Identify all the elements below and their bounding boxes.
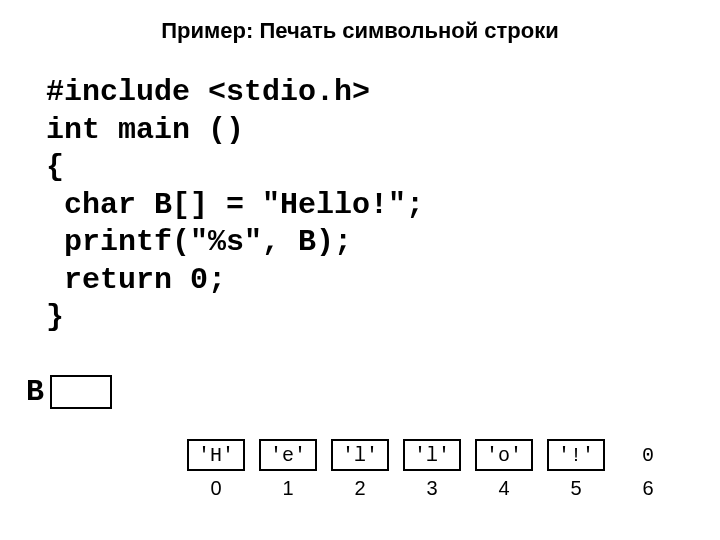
cell-box-noborder: 0	[619, 439, 677, 471]
cell-box: 'o'	[475, 439, 533, 471]
cell-box: 'e'	[259, 439, 317, 471]
pointer-box	[50, 375, 112, 409]
cell-col: 0 6	[612, 439, 684, 500]
cell-index: 2	[354, 477, 365, 500]
pointer-row: B	[26, 375, 690, 409]
cell-col: 'l' 2	[324, 439, 396, 500]
slide-title: Пример: Печать символьной строки	[30, 18, 690, 44]
cell-box: 'H'	[187, 439, 245, 471]
cell-index: 4	[498, 477, 509, 500]
cell-box: 'l'	[331, 439, 389, 471]
cell-col: 'l' 3	[396, 439, 468, 500]
cell-index: 5	[570, 477, 581, 500]
cell-index: 0	[210, 477, 221, 500]
cell-col: '!' 5	[540, 439, 612, 500]
cell-index: 6	[642, 477, 653, 500]
cell-index: 1	[282, 477, 293, 500]
slide: Пример: Печать символьной строки #includ…	[0, 0, 720, 540]
cells-row: 'H' 0 'e' 1 'l' 2 'l' 3 'o' 4 '!' 5	[180, 439, 690, 500]
code-block: #include <stdio.h> int main () { char B[…	[46, 74, 690, 337]
cell-box: 'l'	[403, 439, 461, 471]
cell-box: '!'	[547, 439, 605, 471]
cell-col: 'e' 1	[252, 439, 324, 500]
cell-index: 3	[426, 477, 437, 500]
cell-col: 'o' 4	[468, 439, 540, 500]
array-diagram: B 'H' 0 'e' 1 'l' 2 'l' 3 'o' 4	[30, 375, 690, 500]
cell-col: 'H' 0	[180, 439, 252, 500]
pointer-label: B	[26, 375, 44, 409]
